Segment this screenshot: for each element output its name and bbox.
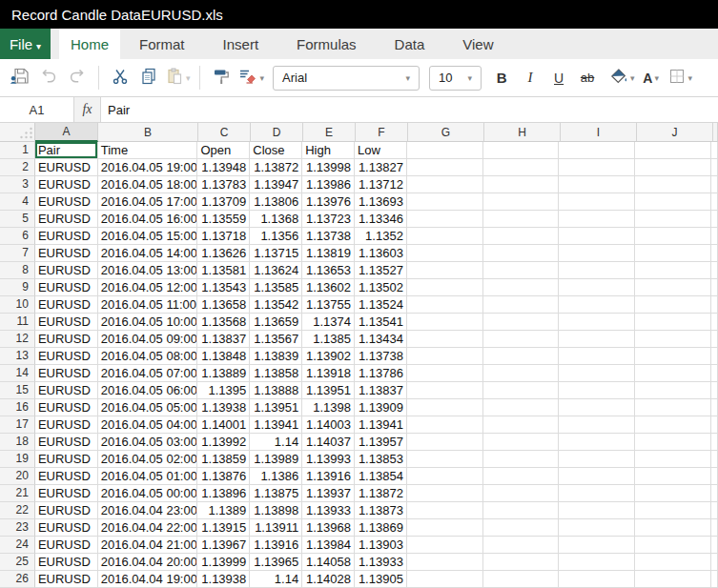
- cell-B18[interactable]: 2016.04.05 03:00: [98, 434, 198, 451]
- cell-A13[interactable]: EURUSD: [35, 348, 98, 365]
- row-header-6[interactable]: 6: [0, 228, 35, 245]
- cell-I9[interactable]: [559, 279, 635, 296]
- cell-H22[interactable]: [483, 502, 560, 519]
- tab-data[interactable]: Data: [376, 29, 444, 59]
- cell-J21[interactable]: [635, 485, 711, 502]
- cell-H23[interactable]: [483, 519, 560, 537]
- cell-J15[interactable]: [635, 382, 711, 399]
- cell-A6[interactable]: EURUSD: [35, 228, 98, 245]
- cell-H14[interactable]: [483, 365, 560, 382]
- row-header-4[interactable]: 4: [0, 193, 35, 211]
- cell-F26[interactable]: 1.13905: [355, 571, 407, 588]
- cell-partial-25[interactable]: [711, 554, 718, 571]
- cell-J19[interactable]: [635, 451, 711, 468]
- cell-D11[interactable]: 1.13659: [250, 314, 302, 331]
- cell-F13[interactable]: 1.13738: [355, 348, 407, 365]
- cell-A21[interactable]: EURUSD: [35, 485, 98, 502]
- cell-G6[interactable]: [407, 228, 483, 245]
- cell-E8[interactable]: 1.13653: [302, 262, 355, 279]
- cell-A11[interactable]: EURUSD: [35, 314, 98, 331]
- cell-partial-23[interactable]: [711, 519, 718, 537]
- cell-G12[interactable]: [407, 331, 483, 348]
- cell-E22[interactable]: 1.13933: [302, 502, 355, 519]
- cell-I23[interactable]: [559, 519, 635, 537]
- cell-J16[interactable]: [635, 399, 711, 416]
- cell-F24[interactable]: 1.13903: [355, 537, 407, 554]
- cell-C18[interactable]: 1.13992: [197, 434, 250, 451]
- cell-D13[interactable]: 1.13839: [250, 348, 302, 365]
- cell-D24[interactable]: 1.13916: [250, 537, 302, 554]
- cell-E17[interactable]: 1.14003: [302, 416, 355, 434]
- borders-dropdown-icon[interactable]: ▾: [688, 73, 693, 83]
- cell-B10[interactable]: 2016.04.05 11:00: [98, 296, 198, 314]
- cell-D19[interactable]: 1.13989: [250, 451, 302, 468]
- cell-D12[interactable]: 1.13567: [250, 331, 302, 348]
- cell-H3[interactable]: [483, 176, 560, 193]
- row-header-16[interactable]: 16: [0, 399, 35, 416]
- cell-J24[interactable]: [635, 537, 711, 554]
- cell-H5[interactable]: [483, 211, 560, 228]
- cell-partial-24[interactable]: [711, 537, 718, 554]
- cell-partial-15[interactable]: [711, 382, 718, 399]
- cell-B6[interactable]: 2016.04.05 15:00: [98, 228, 198, 245]
- cell-A18[interactable]: EURUSD: [35, 434, 98, 451]
- cell-partial-3[interactable]: [711, 176, 718, 193]
- borders-button[interactable]: ▾: [667, 65, 693, 91]
- cell-A1[interactable]: Pair: [35, 142, 98, 159]
- cell-C22[interactable]: 1.1389: [197, 502, 250, 519]
- cell-E21[interactable]: 1.13937: [302, 485, 355, 502]
- cell-B1[interactable]: Time: [98, 142, 198, 159]
- row-header-22[interactable]: 22: [0, 502, 35, 519]
- cell-B4[interactable]: 2016.04.05 17:00: [98, 193, 198, 211]
- row-header-13[interactable]: 13: [0, 348, 35, 365]
- cell-partial-11[interactable]: [711, 314, 718, 331]
- cell-F9[interactable]: 1.13502: [355, 279, 407, 296]
- cell-F6[interactable]: 1.1352: [355, 228, 407, 245]
- col-header-D[interactable]: D: [251, 123, 303, 142]
- cell-E20[interactable]: 1.13916: [302, 468, 355, 485]
- cell-J11[interactable]: [635, 314, 711, 331]
- cell-I1[interactable]: [559, 142, 635, 159]
- cell-partial-4[interactable]: [711, 193, 718, 211]
- cell-H26[interactable]: [483, 571, 560, 588]
- cell-I20[interactable]: [559, 468, 635, 485]
- cell-partial-10[interactable]: [711, 296, 718, 314]
- cell-J7[interactable]: [635, 245, 711, 262]
- cell-D8[interactable]: 1.13624: [250, 262, 302, 279]
- cell-E24[interactable]: 1.13984: [302, 537, 355, 554]
- cell-C5[interactable]: 1.13559: [197, 211, 250, 228]
- row-header-18[interactable]: 18: [0, 434, 35, 451]
- col-header-G[interactable]: G: [408, 123, 484, 142]
- cell-F17[interactable]: 1.13941: [355, 416, 407, 434]
- cell-H7[interactable]: [483, 245, 560, 262]
- cell-H9[interactable]: [483, 279, 560, 296]
- cell-I19[interactable]: [559, 451, 635, 468]
- cell-H19[interactable]: [483, 451, 560, 468]
- col-header-J[interactable]: J: [637, 123, 713, 142]
- cell-A19[interactable]: EURUSD: [35, 451, 98, 468]
- cell-G5[interactable]: [407, 211, 483, 228]
- cell-partial-2[interactable]: [711, 159, 718, 176]
- cell-F12[interactable]: 1.13434: [355, 331, 407, 348]
- copy-button[interactable]: [136, 65, 161, 91]
- cell-C6[interactable]: 1.13718: [197, 228, 250, 245]
- cell-F8[interactable]: 1.13527: [355, 262, 407, 279]
- cell-partial-18[interactable]: [711, 434, 718, 451]
- cell-E4[interactable]: 1.13976: [302, 193, 355, 211]
- cell-A16[interactable]: EURUSD: [35, 399, 98, 416]
- cell-H6[interactable]: [483, 228, 560, 245]
- cell-I15[interactable]: [559, 382, 635, 399]
- cell-B17[interactable]: 2016.04.05 04:00: [98, 416, 198, 434]
- cell-G19[interactable]: [407, 451, 483, 468]
- cell-C4[interactable]: 1.13709: [197, 193, 250, 211]
- cell-I16[interactable]: [559, 399, 635, 416]
- cell-G26[interactable]: [407, 571, 483, 588]
- cell-G16[interactable]: [407, 399, 483, 416]
- cell-G7[interactable]: [407, 245, 483, 262]
- cell-I5[interactable]: [559, 211, 635, 228]
- col-header-C[interactable]: C: [198, 123, 251, 142]
- cell-J18[interactable]: [635, 434, 711, 451]
- cell-D26[interactable]: 1.14: [250, 571, 302, 588]
- cell-C14[interactable]: 1.13889: [197, 365, 250, 382]
- cell-J26[interactable]: [635, 571, 711, 588]
